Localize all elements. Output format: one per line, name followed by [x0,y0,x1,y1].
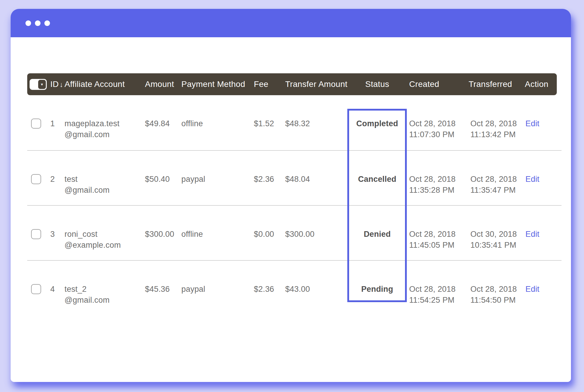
column-header-id[interactable]: ID↓ [50,80,64,89]
cell-transfer-amount: $43.00 [285,284,348,315]
column-header-affiliate-account[interactable]: Affiliate Account [64,80,145,89]
row-select-cell [27,284,50,315]
cell-amount: $49.84 [145,118,181,150]
column-header-created[interactable]: Created [407,80,468,89]
table-row: 1 mageplaza.test @gmail.com $49.84 offli… [27,95,562,150]
account-name: roni_cost [64,229,145,240]
transferred-date: Oct 30, 2018 [470,229,521,240]
cell-fee: $0.00 [254,229,285,260]
cell-status: Completed [348,118,407,150]
cell-transferred: Oct 28, 2018 11:13:42 PM [468,118,521,150]
cell-affiliate-account: test @gmail.com [64,174,145,205]
sort-desc-icon: ↓ [60,80,63,88]
cell-created: Oct 28, 2018 11:45:05 PM [407,229,468,260]
table-body: 1 mageplaza.test @gmail.com $49.84 offli… [27,95,562,315]
cell-fee: $2.36 [254,284,285,315]
account-domain: @example.com [64,240,145,251]
transferred-date: Oct 28, 2018 [470,174,521,185]
table-header: ▾ ID↓ Affiliate Account Amount Payment M… [27,73,557,95]
window-control-dot[interactable] [25,20,31,26]
cell-payment-method: paypal [181,284,254,315]
transferred-date: Oct 28, 2018 [470,284,521,295]
account-name: test [64,174,145,185]
row-checkbox[interactable] [31,229,41,239]
created-time: 11:45:05 PM [409,240,468,251]
account-name: mageplaza.test [64,118,145,129]
created-date: Oct 28, 2018 [409,118,468,129]
created-time: 11:35:28 PM [409,185,468,196]
row-select-cell [27,229,50,260]
cell-amount: $45.36 [145,284,181,315]
cell-status: Denied [348,229,407,260]
column-header-amount[interactable]: Amount [145,80,181,89]
cell-transfer-amount: $48.32 [285,118,348,150]
edit-link[interactable]: Edit [525,285,539,294]
cell-fee: $2.36 [254,174,285,205]
cell-transferred: Oct 28, 2018 11:54:50 PM [468,284,521,315]
cell-amount: $50.40 [145,174,181,205]
cell-affiliate-account: roni_cost @example.com [64,229,145,260]
row-checkbox[interactable] [31,284,41,294]
cell-transferred: Oct 30, 2018 10:35:41 PM [468,229,521,260]
cell-action: Edit [521,118,557,150]
column-header-transfer-amount[interactable]: Transfer Amount [285,80,348,89]
cell-affiliate-account: mageplaza.test @gmail.com [64,118,145,150]
row-select-cell [27,118,50,150]
cell-action: Edit [521,174,557,205]
edit-link[interactable]: Edit [525,230,539,239]
cell-status: Cancelled [348,174,407,205]
cell-payment-method: offline [181,118,254,150]
cell-fee: $1.52 [254,118,285,150]
cell-action: Edit [521,229,557,260]
cell-action: Edit [521,284,557,315]
column-header-fee[interactable]: Fee [254,80,285,89]
cell-created: Oct 28, 2018 11:07:30 PM [407,118,468,150]
select-dropdown-button[interactable]: ▾ [38,80,46,89]
row-checkbox[interactable] [31,174,41,184]
transferred-time: 11:35:47 PM [470,185,521,196]
row-checkbox[interactable] [31,119,41,129]
account-domain: @gmail.com [64,185,145,196]
column-header-action: Action [521,80,557,89]
cell-created: Oct 28, 2018 11:54:25 PM [407,284,468,315]
cell-payment-method: offline [181,229,254,260]
created-date: Oct 28, 2018 [409,229,468,240]
created-date: Oct 28, 2018 [409,174,468,185]
created-time: 11:07:30 PM [409,129,468,140]
cell-id: 4 [50,284,64,315]
table-row: 2 test @gmail.com $50.40 paypal $2.36 $4… [27,150,562,205]
edit-link[interactable]: Edit [525,175,539,184]
column-header-payment-method[interactable]: Payment Method [181,80,254,89]
table-row: 3 roni_cost @example.com $300.00 offline… [27,205,562,260]
column-header-transferred[interactable]: Transferred [468,80,521,89]
select-all-checkbox[interactable]: ▾ [30,79,47,90]
cell-status: Pending [348,284,407,315]
created-date: Oct 28, 2018 [409,284,468,295]
cell-transferred: Oct 28, 2018 11:35:47 PM [468,174,521,205]
transferred-date: Oct 28, 2018 [470,118,521,129]
transferred-time: 10:35:41 PM [470,240,521,251]
chevron-down-icon: ▾ [41,82,43,86]
row-select-cell [27,174,50,205]
cell-id: 2 [50,174,64,205]
cell-affiliate-account: test_2 @gmail.com [64,284,145,315]
window-control-dot[interactable] [44,20,50,26]
window-control-dot[interactable] [35,20,41,26]
account-domain: @gmail.com [64,295,145,306]
cell-id: 3 [50,229,64,260]
cell-created: Oct 28, 2018 11:35:28 PM [407,174,468,205]
cell-transfer-amount: $48.04 [285,174,348,205]
cell-id: 1 [50,118,64,150]
account-name: test_2 [64,284,145,295]
cell-amount: $300.00 [145,229,181,260]
transferred-time: 11:13:42 PM [470,129,521,140]
cell-payment-method: paypal [181,174,254,205]
transferred-time: 11:54:50 PM [470,295,521,306]
edit-link[interactable]: Edit [525,119,539,128]
account-domain: @gmail.com [64,129,145,140]
cell-transfer-amount: $300.00 [285,229,348,260]
select-all-cell: ▾ [27,79,50,90]
window-titlebar [11,9,571,37]
app-window: ▾ ID↓ Affiliate Account Amount Payment M… [11,9,571,382]
column-header-status[interactable]: Status [348,80,407,89]
